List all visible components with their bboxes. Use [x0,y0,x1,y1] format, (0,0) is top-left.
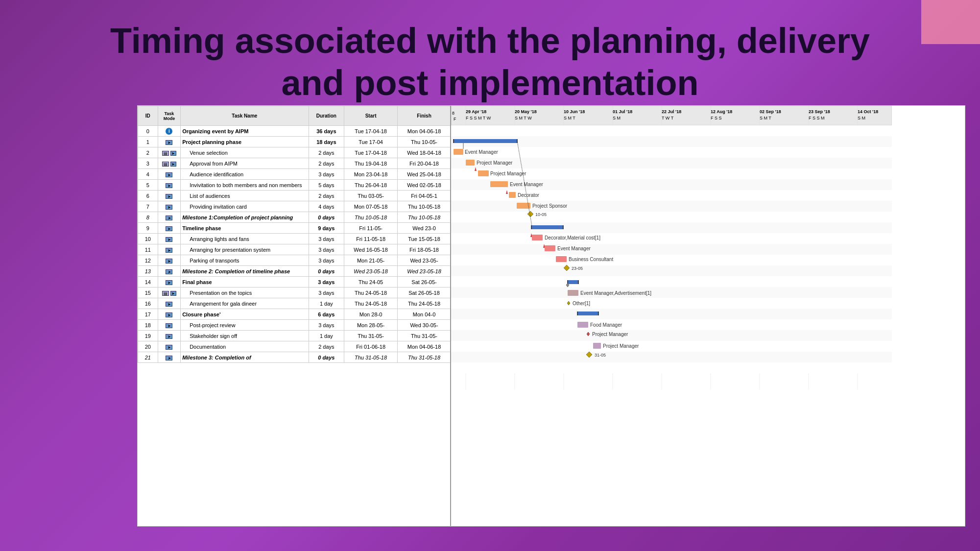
table-row: 21➤Milestone 3: Completion of0 daysThu 3… [138,352,451,363]
row-duration: 4 days [309,201,344,212]
table-row: 19➤Stakeholder sign off1 dayThu 31-05-Th… [138,331,451,341]
svg-text:F S S M T W: F S S M T W [466,116,491,120]
svg-text:S M: S M [858,116,865,120]
mode-arrow-icon: ➤ [166,216,172,220]
row-name: Organizing event by AIPM [181,126,309,137]
table-row: 9➤Timeline phase9 daysFri 11-05-Wed 23-0 [138,223,451,234]
svg-rect-100 [593,343,601,349]
svg-text:23 Sep '18: 23 Sep '18 [809,109,830,114]
svg-text:20 May '18: 20 May '18 [515,109,537,114]
svg-text:10 Jun '18: 10 Jun '18 [564,109,585,114]
row-mode: ▤ ➤ [158,147,180,158]
arrow-icon: ➤ [170,162,176,167]
table-row: 13➤Milestone 2: Completion of timeline p… [138,266,451,277]
task-table-body: 0iOrganizing event by AIPM36 daysTue 17-… [138,126,451,363]
row-duration: 1 day [309,298,344,309]
svg-rect-40 [451,233,892,244]
table-icon: ▤ [162,151,169,156]
row-mode: ➤ [158,298,180,309]
svg-rect-81 [556,256,567,262]
row-name: Approval from AIPM [181,158,309,169]
gantt-chart-panel: 8 F 29 Apr '18 F S S M T W 20 May '18 S … [451,106,965,526]
svg-text:01 Jul '18: 01 Jul '18 [613,109,632,114]
row-mode: ➤ [158,201,180,212]
row-name: Milestone 2: Completion of timeline phas… [181,266,309,277]
task-table: ID Task Mode Task Name Duration Start Fi… [138,106,451,363]
row-id: 12 [138,255,158,266]
svg-text:Project Sponsor: Project Sponsor [532,203,568,209]
row-mode: ➤ [158,266,180,277]
row-mode: ▤ ➤ [158,158,180,169]
row-id: 15 [138,287,158,298]
row-start: Tue 17-04-18 [344,126,398,137]
left-table-wrapper: ID Task Mode Task Name Duration Start Fi… [138,106,451,526]
row-name: Venue selection [181,147,309,158]
row-duration: 36 days [309,126,344,137]
mode-arrow-icon: ➤ [166,312,172,317]
row-start: Mon 28-0 [344,309,398,320]
table-row: 4➤Audience identification3 daysMon 23-04… [138,169,451,180]
row-finish: Wed 23-05-18 [398,266,451,277]
row-name: List of audiences [181,191,309,201]
table-row: 15▤ ➤Presentation on the topics3 daysThu… [138,287,451,298]
row-duration: 18 days [309,137,344,147]
table-icon: ▤ [162,162,169,167]
row-mode: ➤ [158,180,180,191]
table-row: 12➤Parking of transports3 daysMon 21-05-… [138,255,451,266]
row-finish: Fri 18-05-18 [398,244,451,255]
table-row: 18➤Post-project review3 daysMon 28-05-We… [138,320,451,331]
table-row: 14➤Final phase3 daysThu 24-05Sat 26-05- [138,277,451,287]
row-duration: 3 days [309,320,344,331]
header-finish: Finish [398,106,451,126]
svg-text:S M: S M [613,116,621,120]
row-id: 9 [138,223,158,234]
row-duration: 3 days [309,255,344,266]
row-finish: Thu 31-05-18 [398,352,451,363]
row-start: Thu 24-05-18 [344,298,398,309]
row-mode: ➤ [158,320,180,331]
mode-arrow-icon: ➤ [166,205,172,210]
row-mode: i [158,126,180,137]
svg-text:Event Manager,Advertisement[1]: Event Manager,Advertisement[1] [580,290,651,296]
row-duration: 2 days [309,158,344,169]
row-name: Presentation on the topics [181,287,309,298]
row-finish: Fri 04-05-1 [398,191,451,201]
table-row: 20➤Documentation2 daysFri 01-06-18Mon 04… [138,341,451,352]
row-mode: ➤ [158,331,180,341]
svg-rect-30 [451,125,892,136]
row-start: Tue 17-04-18 [344,147,398,158]
row-duration: 0 days [309,266,344,277]
svg-rect-52 [451,362,892,373]
svg-text:Business Consultant: Business Consultant [569,257,613,262]
row-start: Mon 23-04-18 [344,169,398,180]
mode-arrow-icon: ➤ [166,140,172,145]
row-name: Project planning phase [181,137,309,147]
svg-text:8: 8 [452,111,454,116]
svg-rect-41 [451,244,892,255]
row-mode: ➤ [158,244,180,255]
mode-arrow-icon: ➤ [166,269,172,274]
header-duration: Duration [309,106,344,126]
svg-text:S M T: S M T [760,116,771,120]
svg-text:31-05: 31-05 [595,353,606,358]
table-row: 2▤ ➤Venue selection2 daysTue 17-04-18Wed… [138,147,451,158]
row-id: 13 [138,266,158,277]
row-finish: Wed 30-05- [398,320,451,331]
row-start: Thu 24-05-18 [344,287,398,298]
row-start: Thu 19-04-18 [344,158,398,169]
mode-arrow-icon: ➤ [166,248,172,253]
row-id: 21 [138,352,158,363]
row-id: 1 [138,137,158,147]
row-name: Stakeholder sign off [181,331,309,341]
row-duration: 3 days [309,244,344,255]
arrow-icon: ➤ [170,291,176,296]
row-start: Thu 26-04-18 [344,180,398,191]
row-mode: ➤ [158,223,180,234]
gantt-wrapper: ID Task Mode Task Name Duration Start Fi… [138,106,965,526]
svg-text:S M T W: S M T W [515,116,532,120]
title-line1: Timing associated with the planning, del… [110,21,870,60]
row-duration: 3 days [309,287,344,298]
svg-text:S M T: S M T [564,116,575,120]
table-row: 0iOrganizing event by AIPM36 daysTue 17-… [138,126,451,137]
row-id: 5 [138,180,158,191]
